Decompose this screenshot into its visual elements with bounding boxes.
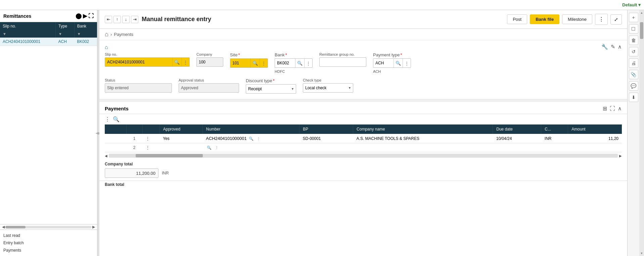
scroll-right-btn[interactable]: ▶ (619, 154, 622, 158)
col-company-name[interactable]: Company name (353, 124, 493, 134)
payment-type-more-btn[interactable]: ⋮ (403, 59, 411, 67)
col-type: Type (56, 22, 75, 30)
slip-no-input-wrapper[interactable]: 🔍 ⋮ (105, 57, 190, 67)
more-options-button[interactable]: ⋮ (595, 14, 608, 25)
right-panel-add-btn[interactable]: + (629, 13, 638, 22)
row2-approved (159, 143, 202, 152)
payments-search-btn[interactable]: 🔍 (113, 116, 120, 122)
filter-slip[interactable]: ▼ (0, 30, 56, 38)
slip-no-input[interactable] (105, 58, 172, 66)
right-panel-delete-btn[interactable]: 🗑 (629, 36, 638, 45)
row1-number-search[interactable]: 🔍 (248, 137, 255, 141)
scroll-right-arrow[interactable]: ▶ (92, 225, 96, 229)
payments-collapse-btn[interactable]: ∧ (618, 105, 622, 112)
col-currency[interactable]: C... (541, 124, 568, 134)
col-approved[interactable]: Approved (159, 124, 202, 134)
site-input[interactable] (230, 59, 250, 67)
toolbar-edit-btn[interactable]: ✎ (611, 44, 615, 50)
sidebar-scrollbar[interactable]: ◀ ▶ (0, 224, 97, 229)
discount-type-select-wrapper[interactable]: Receipt Payment None (246, 84, 296, 94)
vert-scroll-down[interactable]: ▼ (640, 251, 643, 256)
col-bp[interactable]: BP (299, 124, 353, 134)
site-input-wrapper[interactable]: 🔍 ⋮ (230, 58, 268, 68)
filter-type[interactable]: ▼ (56, 30, 75, 38)
bank-sub-label: HDFC (275, 69, 313, 73)
table-row[interactable]: 2 ⋮ 🔍 ⋮ (105, 143, 622, 152)
sidebar-expand[interactable]: ⛶ (88, 13, 94, 19)
slip-no-search-btn[interactable]: 🔍 (172, 58, 181, 66)
toolbar-tools-btn[interactable]: 🔧 (601, 44, 608, 50)
scroll-track[interactable] (5, 226, 92, 228)
table-row[interactable]: 1 ⋮ Yes ACH2404101000001 🔍 ⋮ SD-00001 A.… (105, 134, 622, 143)
right-panel-download-btn[interactable]: ⬇ (629, 93, 638, 102)
bank-more-btn[interactable]: ⋮ (304, 59, 312, 67)
milestone-button[interactable]: Milestone (562, 14, 592, 24)
right-panel-comment-btn[interactable]: 💬 (629, 81, 638, 91)
right-panel-checkbox-btn[interactable]: ☐ (629, 24, 638, 34)
company-input[interactable] (196, 57, 223, 67)
toolbar-collapse-btn[interactable]: ∧ (618, 44, 622, 50)
table-row[interactable]: ACH2404101000001 ACH BK002 (0, 38, 97, 46)
col-due-date[interactable]: Due date (493, 124, 541, 134)
sidebar-footer-entry-batch[interactable]: Entry batch (3, 239, 94, 247)
nav-first-btn[interactable]: ⇤ (105, 16, 112, 23)
payment-type-input[interactable] (373, 59, 394, 67)
company-total-input (105, 168, 158, 178)
row2-check (105, 143, 126, 152)
breadcrumb-payments[interactable]: Payments (114, 32, 133, 37)
check-type-select[interactable]: Local check Foreign check (303, 83, 353, 93)
payment-type-input-wrapper[interactable]: 🔍 ⋮ (373, 58, 411, 68)
bank-input-wrapper[interactable]: 🔍 ⋮ (275, 58, 313, 68)
sidebar-nav-prev[interactable]: ⬤ (76, 13, 82, 19)
right-panel-print-btn[interactable]: 🖨 (629, 58, 638, 68)
default-label[interactable]: Default ▾ (622, 2, 641, 7)
home-icon[interactable]: ⌂ (105, 31, 108, 38)
scroll-left-arrow[interactable]: ◀ (1, 225, 5, 229)
filter-bank[interactable]: ▼ (74, 30, 97, 38)
col-amount[interactable]: Amount (568, 124, 622, 134)
h-scrollbar-thumb[interactable] (136, 154, 203, 157)
site-more-btn[interactable]: ⋮ (260, 59, 268, 67)
sidebar-footer-last-read[interactable]: Last read (3, 232, 94, 239)
row2-bp (299, 143, 353, 152)
h-scrollbar-track[interactable] (109, 154, 618, 158)
payments-menu-btn[interactable]: ⋮ (105, 116, 110, 122)
bank-search-btn[interactable]: 🔍 (295, 59, 304, 67)
payments-table: Approved Number BP Company name Due date… (105, 124, 622, 152)
sidebar-nav-next[interactable]: ▶ (83, 13, 87, 19)
site-search-btn[interactable]: 🔍 (250, 59, 260, 67)
scroll-left-btn[interactable]: ◀ (105, 154, 107, 158)
payments-fullscreen-btn[interactable]: ⛶ (610, 106, 615, 112)
nav-up-btn[interactable]: ↑ (113, 16, 121, 23)
row1-more[interactable]: ⋮ (142, 134, 159, 143)
right-panel: + ☐ 🗑 ↺ 🖨 📎 💬 ⬇ (627, 10, 639, 256)
row1-company-name: A.S. MACHINE TOOLS & SPARES (353, 134, 493, 143)
row2-more[interactable]: ⋮ (142, 143, 159, 152)
post-button[interactable]: Post (507, 14, 527, 24)
expand-button[interactable]: ⤢ (610, 14, 622, 24)
remittance-group-input[interactable] (319, 57, 366, 67)
nav-last-btn[interactable]: ⇥ (131, 16, 138, 23)
vert-scroll-up[interactable]: ▲ (640, 10, 643, 15)
payment-type-search-btn[interactable]: 🔍 (394, 59, 403, 67)
slip-no-more-btn[interactable]: ⋮ (181, 58, 189, 66)
nav-down-btn[interactable]: ↓ (122, 16, 130, 23)
form-home-icon[interactable]: ⌂ (105, 44, 108, 50)
content-header: ⇤ ↑ ↓ ⇥ Manual remittance entry Post Ban… (99, 10, 627, 29)
bank-total-label: Bank total (105, 182, 622, 187)
vert-scrollbar[interactable]: ▲ ▼ (639, 10, 644, 256)
bank-input[interactable] (275, 59, 295, 67)
col-number[interactable]: Number (202, 124, 299, 134)
scroll-thumb[interactable] (5, 226, 26, 228)
vert-scroll-thumb[interactable] (640, 22, 643, 39)
row2-number-search[interactable]: 🔍 (206, 146, 213, 150)
row1-number-more[interactable]: ⋮ (256, 137, 261, 141)
sidebar-footer-payments[interactable]: Payments (3, 247, 94, 254)
payments-layers-btn[interactable]: ⊞ (603, 105, 607, 112)
discount-type-select[interactable]: Receipt Payment None (246, 84, 296, 94)
right-panel-attach-btn[interactable]: 📎 (629, 70, 638, 79)
check-type-select-wrapper[interactable]: Local check Foreign check (303, 83, 353, 93)
right-panel-refresh-btn[interactable]: ↺ (629, 47, 638, 56)
bank-file-button[interactable]: Bank file (530, 14, 559, 24)
row2-number-more[interactable]: ⋮ (214, 146, 220, 150)
